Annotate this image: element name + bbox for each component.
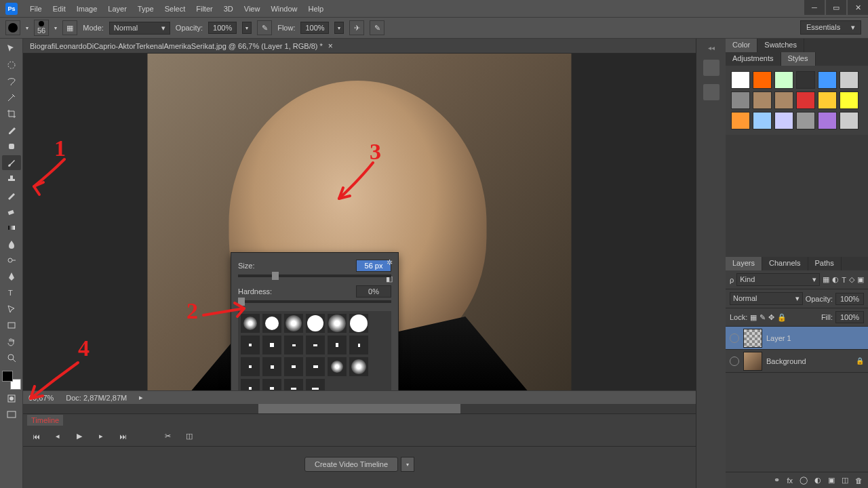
maximize-button[interactable]: ▭ bbox=[826, 0, 846, 15]
layers-tab[interactable]: Layers bbox=[726, 257, 762, 270]
quickmask-button[interactable] bbox=[2, 391, 21, 406]
color-tab[interactable]: Color bbox=[726, 39, 757, 52]
screenmode-button[interactable] bbox=[2, 407, 21, 422]
link-layers-icon[interactable]: ⚭ bbox=[774, 476, 780, 485]
menu-select[interactable]: Select bbox=[159, 2, 191, 16]
opacity-input[interactable]: 100% bbox=[208, 22, 237, 34]
airbrush-button[interactable]: ✈ bbox=[349, 20, 364, 35]
preset-arrow-icon[interactable]: ▾ bbox=[26, 25, 28, 31]
pen-tool[interactable] bbox=[2, 269, 21, 284]
brush-preset[interactable] bbox=[349, 314, 368, 333]
document-tab[interactable]: BiografiLeonardoDiCaprio-AktorTerkenalAm… bbox=[23, 39, 696, 54]
style-swatch[interactable] bbox=[818, 112, 837, 129]
brush-preset[interactable] bbox=[284, 314, 303, 333]
eyedropper-tool[interactable] bbox=[2, 123, 21, 138]
close-tab-icon[interactable]: × bbox=[328, 41, 333, 51]
history-brush-tool[interactable] bbox=[2, 188, 21, 203]
style-swatch[interactable] bbox=[818, 92, 837, 109]
brush-preset[interactable]: 50 bbox=[306, 379, 325, 390]
style-swatch[interactable] bbox=[818, 71, 837, 89]
paths-tab[interactable]: Paths bbox=[808, 257, 842, 270]
brush-preset[interactable] bbox=[262, 314, 281, 333]
hardness-slider[interactable] bbox=[238, 300, 391, 303]
menu-edit[interactable]: Edit bbox=[47, 2, 71, 16]
pressure-opacity-button[interactable]: ✎ bbox=[257, 20, 272, 35]
style-swatch[interactable] bbox=[774, 71, 793, 89]
lock-trans-icon[interactable]: ▦ bbox=[750, 313, 757, 322]
filter-pixel-icon[interactable]: ▦ bbox=[823, 275, 829, 284]
mask-icon[interactable]: ◯ bbox=[800, 476, 808, 485]
minimize-button[interactable]: ─ bbox=[804, 0, 825, 15]
brush-preset[interactable] bbox=[306, 336, 325, 354]
color-swatches[interactable] bbox=[2, 371, 21, 390]
style-swatch[interactable] bbox=[774, 92, 793, 109]
filter-type-icon[interactable]: T bbox=[842, 276, 846, 284]
healing-tool[interactable] bbox=[2, 139, 21, 154]
new-layer-icon[interactable]: ◫ bbox=[842, 476, 848, 485]
workspace-selector[interactable]: Essentials▾ bbox=[800, 20, 861, 35]
brush-preset[interactable] bbox=[328, 336, 347, 354]
style-swatch[interactable] bbox=[840, 71, 859, 89]
fx-icon[interactable]: fx bbox=[787, 476, 793, 485]
rectangle-tool[interactable] bbox=[2, 318, 21, 333]
transition-button[interactable]: ◫ bbox=[183, 430, 195, 443]
blur-tool[interactable] bbox=[2, 237, 21, 251]
filter-adjust-icon[interactable]: ◐ bbox=[832, 275, 839, 284]
style-swatch[interactable] bbox=[731, 71, 750, 89]
blend-mode-select[interactable]: Normal▾ bbox=[730, 292, 803, 305]
lasso-tool[interactable] bbox=[2, 74, 21, 89]
path-select-tool[interactable] bbox=[2, 302, 21, 317]
menu-view[interactable]: View bbox=[239, 2, 266, 16]
brush-preset[interactable] bbox=[262, 336, 281, 354]
layer-thumbnail[interactable] bbox=[743, 352, 762, 371]
horizontal-scrollbar[interactable] bbox=[23, 404, 696, 413]
type-tool[interactable]: T bbox=[2, 285, 21, 300]
style-swatch[interactable] bbox=[753, 112, 772, 129]
popup-settings-icon[interactable]: ✲ bbox=[387, 258, 393, 267]
style-swatch[interactable] bbox=[796, 112, 815, 129]
stamp-tool[interactable] bbox=[2, 171, 21, 186]
brush-panel-toggle[interactable]: ▦ bbox=[62, 20, 77, 35]
opacity-arrow[interactable]: ▾ bbox=[242, 22, 252, 34]
marquee-tool[interactable] bbox=[2, 58, 21, 73]
brush-preset[interactable] bbox=[349, 336, 368, 354]
style-swatch[interactable] bbox=[796, 92, 815, 109]
tool-preset-picker[interactable] bbox=[5, 20, 20, 35]
canvas-viewport[interactable]: ✲ ◧ Size: 56 px Hardness: 0% bbox=[23, 54, 696, 390]
zoom-tool[interactable] bbox=[2, 350, 21, 365]
status-arrow-icon[interactable]: ▸ bbox=[139, 393, 143, 402]
delete-layer-icon[interactable]: 🗑 bbox=[855, 476, 863, 485]
close-button[interactable]: ✕ bbox=[848, 0, 868, 15]
brush-arrow-icon[interactable]: ▾ bbox=[54, 25, 57, 31]
lock-position-icon[interactable]: ✥ bbox=[768, 313, 774, 322]
create-timeline-button[interactable]: Create Video Timeline bbox=[304, 457, 398, 472]
dodge-tool[interactable] bbox=[2, 253, 21, 268]
properties-icon[interactable] bbox=[703, 84, 719, 100]
hand-tool[interactable] bbox=[2, 334, 21, 349]
menu-image[interactable]: Image bbox=[71, 2, 103, 16]
style-swatch[interactable] bbox=[753, 71, 772, 89]
brush-preset[interactable] bbox=[241, 379, 260, 390]
fill-input[interactable]: 100% bbox=[835, 311, 864, 323]
next-frame-button[interactable]: ▸ bbox=[95, 430, 107, 443]
brush-tool[interactable] bbox=[2, 155, 21, 170]
brush-preset[interactable] bbox=[241, 336, 260, 354]
flow-input[interactable]: 100% bbox=[300, 22, 329, 34]
zoom-level[interactable]: 66,67% bbox=[28, 394, 54, 402]
menu-type[interactable]: Type bbox=[132, 2, 159, 16]
style-swatch[interactable] bbox=[840, 112, 859, 129]
brush-preset[interactable]: 25 bbox=[284, 379, 303, 390]
layer-opacity-input[interactable]: 100% bbox=[835, 293, 864, 305]
prev-frame-button[interactable]: ◂ bbox=[52, 430, 64, 443]
style-swatch[interactable] bbox=[774, 112, 793, 129]
brush-preset[interactable] bbox=[262, 357, 281, 376]
brush-preset[interactable] bbox=[306, 314, 325, 333]
brush-preset[interactable] bbox=[306, 357, 325, 376]
play-button[interactable]: ▶ bbox=[73, 430, 85, 443]
brush-preset[interactable] bbox=[349, 357, 368, 376]
style-swatch[interactable] bbox=[796, 71, 815, 89]
menu-file[interactable]: File bbox=[24, 2, 47, 16]
filter-smart-icon[interactable]: ▣ bbox=[857, 275, 864, 284]
brush-preset[interactable] bbox=[262, 379, 281, 390]
style-swatch[interactable] bbox=[731, 92, 750, 109]
